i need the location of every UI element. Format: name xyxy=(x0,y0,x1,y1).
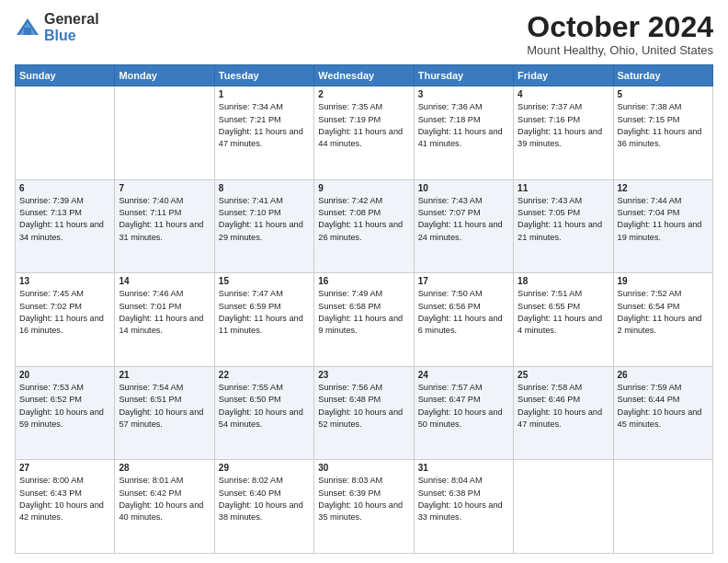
subtitle: Mount Healthy, Ohio, United States xyxy=(527,43,713,57)
day-info: Sunrise: 7:57 AM Sunset: 6:47 PM Dayligh… xyxy=(418,382,509,431)
week-row-1: 1Sunrise: 7:34 AM Sunset: 7:21 PM Daylig… xyxy=(16,86,713,180)
day-info: Sunrise: 7:55 AM Sunset: 6:50 PM Dayligh… xyxy=(219,382,310,431)
day-number: 21 xyxy=(119,370,210,380)
day-info: Sunrise: 7:53 AM Sunset: 6:52 PM Dayligh… xyxy=(19,382,110,431)
calendar-table: Sunday Monday Tuesday Wednesday Thursday… xyxy=(15,64,713,554)
day-number: 1 xyxy=(219,89,310,99)
day-info: Sunrise: 8:03 AM Sunset: 6:39 PM Dayligh… xyxy=(318,475,409,523)
calendar-cell: 20Sunrise: 7:53 AM Sunset: 6:52 PM Dayli… xyxy=(16,366,115,460)
day-info: Sunrise: 7:50 AM Sunset: 6:56 PM Dayligh… xyxy=(418,288,509,337)
header: General Blue October 2024 Mount Healthy,… xyxy=(15,11,713,57)
calendar-cell: 28Sunrise: 8:01 AM Sunset: 6:42 PM Dayli… xyxy=(115,460,214,554)
day-number: 6 xyxy=(19,183,110,193)
col-wednesday: Wednesday xyxy=(314,65,414,86)
day-info: Sunrise: 8:01 AM Sunset: 6:42 PM Dayligh… xyxy=(119,475,210,523)
calendar-cell xyxy=(514,460,613,554)
calendar-cell: 9Sunrise: 7:42 AM Sunset: 7:08 PM Daylig… xyxy=(314,179,414,273)
day-info: Sunrise: 7:43 AM Sunset: 7:05 PM Dayligh… xyxy=(518,195,609,244)
day-info: Sunrise: 7:42 AM Sunset: 7:08 PM Dayligh… xyxy=(318,195,409,244)
calendar-cell xyxy=(613,460,712,554)
day-info: Sunrise: 7:35 AM Sunset: 7:19 PM Dayligh… xyxy=(318,101,409,150)
day-info: Sunrise: 7:39 AM Sunset: 7:13 PM Dayligh… xyxy=(19,195,110,244)
day-info: Sunrise: 8:00 AM Sunset: 6:43 PM Dayligh… xyxy=(19,475,110,523)
day-number: 5 xyxy=(618,89,709,99)
calendar-cell xyxy=(16,86,115,180)
day-info: Sunrise: 7:40 AM Sunset: 7:11 PM Dayligh… xyxy=(119,195,210,244)
day-number: 12 xyxy=(618,183,709,193)
day-number: 2 xyxy=(318,89,409,99)
calendar-cell: 26Sunrise: 7:59 AM Sunset: 6:44 PM Dayli… xyxy=(613,366,712,460)
col-tuesday: Tuesday xyxy=(214,65,313,86)
day-info: Sunrise: 7:56 AM Sunset: 6:48 PM Dayligh… xyxy=(318,382,409,431)
calendar-cell: 23Sunrise: 7:56 AM Sunset: 6:48 PM Dayli… xyxy=(314,366,414,460)
calendar-cell: 22Sunrise: 7:55 AM Sunset: 6:50 PM Dayli… xyxy=(214,366,313,460)
week-row-2: 6Sunrise: 7:39 AM Sunset: 7:13 PM Daylig… xyxy=(16,179,713,273)
calendar-cell: 30Sunrise: 8:03 AM Sunset: 6:39 PM Dayli… xyxy=(314,460,414,554)
day-info: Sunrise: 7:41 AM Sunset: 7:10 PM Dayligh… xyxy=(219,195,310,244)
page: General Blue October 2024 Mount Healthy,… xyxy=(0,0,728,563)
calendar-cell: 7Sunrise: 7:40 AM Sunset: 7:11 PM Daylig… xyxy=(115,179,214,273)
calendar-cell: 2Sunrise: 7:35 AM Sunset: 7:19 PM Daylig… xyxy=(314,86,414,180)
calendar-cell: 25Sunrise: 7:58 AM Sunset: 6:46 PM Dayli… xyxy=(514,366,613,460)
day-number: 9 xyxy=(318,183,409,193)
logo-text: General Blue xyxy=(44,11,99,43)
day-info: Sunrise: 7:51 AM Sunset: 6:55 PM Dayligh… xyxy=(518,288,609,337)
day-info: Sunrise: 7:34 AM Sunset: 7:21 PM Dayligh… xyxy=(219,101,310,150)
calendar-cell: 5Sunrise: 7:38 AM Sunset: 7:15 PM Daylig… xyxy=(613,86,712,180)
day-number: 30 xyxy=(318,463,409,473)
day-info: Sunrise: 7:43 AM Sunset: 7:07 PM Dayligh… xyxy=(418,195,509,244)
day-number: 16 xyxy=(318,276,409,286)
logo-icon xyxy=(15,15,40,40)
svg-rect-2 xyxy=(24,28,31,35)
calendar-cell: 15Sunrise: 7:47 AM Sunset: 6:59 PM Dayli… xyxy=(214,273,313,367)
header-row: Sunday Monday Tuesday Wednesday Thursday… xyxy=(16,65,713,86)
calendar-cell: 3Sunrise: 7:36 AM Sunset: 7:18 PM Daylig… xyxy=(414,86,513,180)
day-info: Sunrise: 7:54 AM Sunset: 6:51 PM Dayligh… xyxy=(119,382,210,431)
day-number: 13 xyxy=(19,276,110,286)
col-thursday: Thursday xyxy=(414,65,513,86)
day-number: 4 xyxy=(518,89,609,99)
day-number: 22 xyxy=(219,370,310,380)
calendar-cell: 13Sunrise: 7:45 AM Sunset: 7:02 PM Dayli… xyxy=(16,273,115,367)
title-block: October 2024 Mount Healthy, Ohio, United… xyxy=(527,11,713,57)
calendar-cell: 14Sunrise: 7:46 AM Sunset: 7:01 PM Dayli… xyxy=(115,273,214,367)
calendar-cell: 24Sunrise: 7:57 AM Sunset: 6:47 PM Dayli… xyxy=(414,366,513,460)
day-number: 7 xyxy=(119,183,210,193)
calendar-cell: 18Sunrise: 7:51 AM Sunset: 6:55 PM Dayli… xyxy=(514,273,613,367)
day-info: Sunrise: 8:04 AM Sunset: 6:38 PM Dayligh… xyxy=(418,475,509,523)
day-number: 31 xyxy=(418,463,509,473)
calendar-cell: 29Sunrise: 8:02 AM Sunset: 6:40 PM Dayli… xyxy=(214,460,313,554)
day-number: 15 xyxy=(219,276,310,286)
day-info: Sunrise: 7:52 AM Sunset: 6:54 PM Dayligh… xyxy=(618,288,709,337)
calendar-cell: 8Sunrise: 7:41 AM Sunset: 7:10 PM Daylig… xyxy=(214,179,313,273)
week-row-5: 27Sunrise: 8:00 AM Sunset: 6:43 PM Dayli… xyxy=(16,460,713,554)
calendar-cell: 27Sunrise: 8:00 AM Sunset: 6:43 PM Dayli… xyxy=(16,460,115,554)
day-number: 20 xyxy=(19,370,110,380)
day-number: 27 xyxy=(19,463,110,473)
calendar-cell: 21Sunrise: 7:54 AM Sunset: 6:51 PM Dayli… xyxy=(115,366,214,460)
col-friday: Friday xyxy=(514,65,613,86)
calendar-cell: 1Sunrise: 7:34 AM Sunset: 7:21 PM Daylig… xyxy=(214,86,313,180)
day-info: Sunrise: 7:58 AM Sunset: 6:46 PM Dayligh… xyxy=(518,382,609,431)
week-row-4: 20Sunrise: 7:53 AM Sunset: 6:52 PM Dayli… xyxy=(16,366,713,460)
calendar-cell xyxy=(115,86,214,180)
day-number: 19 xyxy=(618,276,709,286)
day-info: Sunrise: 7:49 AM Sunset: 6:58 PM Dayligh… xyxy=(318,288,409,337)
day-number: 26 xyxy=(618,370,709,380)
day-number: 18 xyxy=(518,276,609,286)
calendar-cell: 16Sunrise: 7:49 AM Sunset: 6:58 PM Dayli… xyxy=(314,273,414,367)
day-number: 11 xyxy=(518,183,609,193)
col-monday: Monday xyxy=(115,65,214,86)
day-info: Sunrise: 7:44 AM Sunset: 7:04 PM Dayligh… xyxy=(618,195,709,244)
day-info: Sunrise: 7:36 AM Sunset: 7:18 PM Dayligh… xyxy=(418,101,509,150)
logo-general-text: General xyxy=(44,11,99,28)
day-info: Sunrise: 7:37 AM Sunset: 7:16 PM Dayligh… xyxy=(518,101,609,150)
week-row-3: 13Sunrise: 7:45 AM Sunset: 7:02 PM Dayli… xyxy=(16,273,713,367)
col-sunday: Sunday xyxy=(16,65,115,86)
day-info: Sunrise: 7:59 AM Sunset: 6:44 PM Dayligh… xyxy=(618,382,709,431)
logo: General Blue xyxy=(15,11,99,43)
col-saturday: Saturday xyxy=(613,65,712,86)
calendar-cell: 10Sunrise: 7:43 AM Sunset: 7:07 PM Dayli… xyxy=(414,179,513,273)
calendar-cell: 12Sunrise: 7:44 AM Sunset: 7:04 PM Dayli… xyxy=(613,179,712,273)
day-info: Sunrise: 7:47 AM Sunset: 6:59 PM Dayligh… xyxy=(219,288,310,337)
